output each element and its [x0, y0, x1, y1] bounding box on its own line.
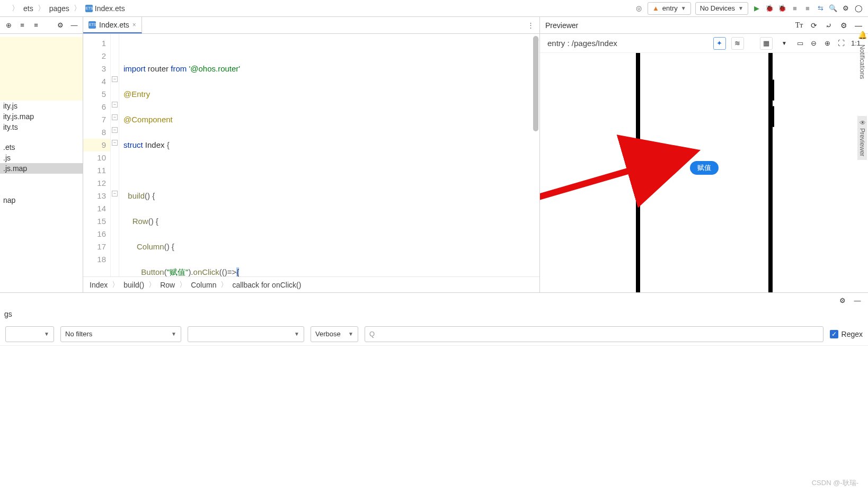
device-label: No Devices	[700, 4, 735, 12]
gear-icon[interactable]: ⚙	[839, 21, 848, 30]
minimize-icon[interactable]: —	[853, 296, 862, 305]
breadcrumb: 〉 ets〉 pages〉 Index.ets	[5, 3, 127, 14]
editor-tab[interactable]: Index.ets ×	[83, 17, 142, 33]
tab-label: Index.ets	[99, 21, 129, 29]
log-search[interactable]: Q	[365, 326, 823, 342]
structure-breadcrumb[interactable]: Index〉 build()〉 Row〉 Column〉 callback fo…	[83, 276, 539, 292]
rail-notifications[interactable]: Notifications	[857, 41, 867, 82]
chevron-down-icon[interactable]: ▼	[778, 37, 791, 50]
tree-item[interactable]: .js	[0, 153, 83, 163]
project-tree[interactable]: ity.js ity.js.map ity.ts .ets .js .js.ma…	[0, 34, 83, 292]
device-selector[interactable]: No Devices ▼	[695, 2, 748, 15]
gear-icon[interactable]: ⚙	[842, 4, 850, 13]
device-preview: 赋值	[540, 53, 868, 292]
checkbox-icon: ✓	[830, 330, 838, 338]
sync-icon[interactable]: ⇆	[816, 4, 825, 13]
crumb-item[interactable]: ets	[21, 3, 36, 14]
more-icon[interactable]: ⋮	[522, 21, 539, 29]
crumb-item[interactable]: Index.ets	[83, 3, 127, 14]
editor-pane: Index.ets × ⋮ 12345678910111213141516171…	[83, 17, 539, 292]
tree-item[interactable]: ity.js	[0, 101, 83, 111]
ets-file-icon	[85, 5, 93, 12]
grid-icon[interactable]: ▦	[760, 37, 773, 50]
previewer-pane: Previewer Tт ⟳ ⤾ ⚙ — entry : /pages/Inde…	[539, 17, 868, 292]
project-sidebar: ⊕ ≡ ≡ ⚙ — ity.js ity.js.map ity.ts .ets …	[0, 17, 83, 292]
gear-icon[interactable]: ⚙	[56, 21, 65, 30]
watermark: CSDN @-耿瑞-	[812, 478, 858, 488]
log-output[interactable]	[0, 346, 868, 425]
refresh-icon[interactable]: ⟳	[810, 21, 818, 30]
locate-icon[interactable]: ⊕	[4, 21, 13, 30]
module-icon: ▲	[652, 4, 659, 12]
ets-file-icon	[88, 21, 96, 29]
sidebar-toolbar: ⊕ ≡ ≡ ⚙ —	[0, 17, 83, 34]
inspect-icon[interactable]: ✦	[713, 37, 726, 50]
crop-icon[interactable]: ▭	[796, 39, 804, 48]
module-label: entry	[662, 4, 678, 12]
run-icon[interactable]: ▶	[752, 4, 761, 13]
previewer-title: Previewer	[545, 21, 578, 30]
crumb-item[interactable]	[5, 7, 10, 10]
preview-button[interactable]: 赋值	[690, 161, 719, 175]
crumb-item[interactable]: pages	[47, 3, 72, 14]
layers-icon[interactable]: ≋	[731, 37, 744, 50]
editor-scrollbar[interactable]: ✔	[532, 34, 539, 276]
scrollbar-thumb[interactable]	[533, 36, 538, 131]
expand-icon[interactable]: ≡	[18, 21, 26, 30]
tree-item[interactable]: ity.ts	[0, 122, 83, 132]
search-icon: Q	[369, 330, 375, 338]
fold-column[interactable]: − − − − − −	[111, 34, 119, 276]
debug-icon[interactable]: 🐞	[765, 4, 774, 13]
stop2-icon[interactable]: ■	[803, 4, 812, 13]
bell-icon[interactable]: 🔔	[858, 31, 867, 39]
zoom-out-icon[interactable]: ⊖	[810, 39, 818, 48]
line-gutter: 123456789101112131415161718	[83, 34, 111, 276]
right-tool-rail: 🔔 Notifications 👁Previewer	[856, 29, 868, 160]
log-panel: ⚙ — gs ▼ No filters▼ ▼ Verbose▼ Q ✓ Rege…	[0, 292, 868, 425]
phone-frame: 赋值	[636, 53, 773, 292]
font-icon[interactable]: Tт	[795, 21, 803, 30]
tree-item[interactable]: .ets	[0, 142, 83, 153]
module-selector[interactable]: ▲ entry ▼	[648, 2, 691, 15]
stop-icon[interactable]: ■	[791, 4, 799, 13]
regex-toggle[interactable]: ✓ Regex	[830, 330, 863, 338]
search-icon[interactable]: 🔍	[829, 4, 837, 13]
collapse-icon[interactable]: ≡	[32, 21, 40, 30]
fit-icon[interactable]: ⛶	[837, 39, 846, 48]
navbar-toolbar: ◎ ▲ entry ▼ No Devices ▼ ▶ 🐞 🐞 ■ ■ ⇆ 🔍 ⚙…	[635, 2, 863, 15]
tag-filter[interactable]: ▼	[188, 326, 304, 342]
code-editor[interactable]: 123456789101112131415161718 − − − − − − …	[83, 34, 539, 276]
log-tab[interactable]: gs	[0, 308, 868, 323]
gear-icon[interactable]: ⚙	[838, 296, 847, 305]
attach-debug-icon[interactable]: 🐞	[778, 4, 786, 13]
tree-item[interactable]: nap	[0, 195, 83, 205]
preview-path: entry : /pages/Index	[547, 39, 617, 48]
minimize-icon[interactable]: —	[70, 21, 78, 30]
log-filter[interactable]: No filters▼	[60, 326, 181, 342]
tree-item-selected[interactable]: .js.map	[0, 163, 83, 174]
level-filter[interactable]: Verbose▼	[311, 326, 358, 342]
top-navbar: 〉 ets〉 pages〉 Index.ets ◎ ▲ entry ▼ No D…	[0, 0, 868, 17]
close-icon[interactable]: ×	[132, 21, 136, 29]
user-icon[interactable]: ◯	[854, 4, 863, 13]
device-filter[interactable]: ▼	[5, 326, 54, 342]
code-text[interactable]: import router from '@ohos.router' @Entry…	[119, 34, 539, 276]
rail-previewer[interactable]: 👁Previewer	[857, 116, 867, 159]
tree-item[interactable]: ity.js.map	[0, 111, 83, 122]
target-icon[interactable]: ◎	[635, 4, 643, 13]
zoom-in-icon[interactable]: ⊕	[823, 39, 832, 48]
rotate-icon[interactable]: ⤾	[825, 21, 833, 30]
